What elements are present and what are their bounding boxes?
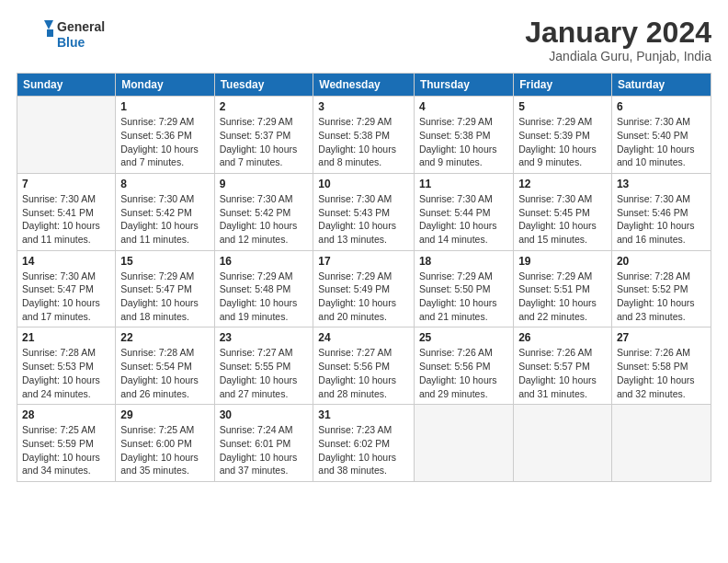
day-info: Sunrise: 7:29 AMSunset: 5:47 PMDaylight:… [120,270,209,324]
logo-blue: Blue [57,35,105,51]
day-number: 30 [220,408,309,421]
table-row: 1Sunrise: 7:29 AMSunset: 5:36 PMDaylight… [116,97,214,174]
day-info: Sunrise: 7:26 AMSunset: 5:56 PMDaylight:… [419,346,508,400]
day-number: 2 [220,100,309,113]
day-info: Sunrise: 7:30 AMSunset: 5:47 PMDaylight:… [22,270,110,324]
day-info: Sunrise: 7:30 AMSunset: 5:46 PMDaylight:… [617,192,706,247]
table-row: 18Sunrise: 7:29 AMSunset: 5:50 PMDayligh… [414,250,513,327]
day-info: Sunrise: 7:29 AMSunset: 5:37 PMDaylight:… [220,115,309,169]
day-info: Sunrise: 7:29 AMSunset: 5:48 PMDaylight:… [220,270,309,324]
table-row: 26Sunrise: 7:26 AMSunset: 5:57 PMDayligh… [514,327,612,405]
col-sunday: Sunday [17,74,116,97]
day-number: 6 [617,100,706,113]
day-info: Sunrise: 7:28 AMSunset: 5:54 PMDaylight:… [120,346,209,400]
day-number: 12 [518,178,607,190]
calendar-week-row: 7Sunrise: 7:30 AMSunset: 5:41 PMDaylight… [17,173,711,250]
col-thursday: Thursday [414,74,513,97]
day-info: Sunrise: 7:29 AMSunset: 5:36 PMDaylight:… [120,115,209,169]
day-number: 23 [220,331,309,344]
day-number: 1 [120,100,209,113]
table-row: 10Sunrise: 7:30 AMSunset: 5:43 PMDayligh… [313,173,415,250]
header: General Blue January 2024 Jandiala Guru,… [17,17,711,63]
day-number: 28 [22,408,110,421]
day-number: 25 [419,331,508,344]
table-row: 19Sunrise: 7:29 AMSunset: 5:51 PMDayligh… [514,250,612,327]
day-number: 8 [120,178,209,190]
day-number: 16 [220,255,309,268]
table-row: 2Sunrise: 7:29 AMSunset: 5:37 PMDaylight… [214,97,313,174]
day-number: 22 [120,331,209,344]
col-tuesday: Tuesday [214,74,313,97]
table-row: 5Sunrise: 7:29 AMSunset: 5:39 PMDaylight… [514,97,612,174]
day-number: 15 [120,255,209,268]
day-info: Sunrise: 7:30 AMSunset: 5:43 PMDaylight:… [318,192,409,247]
table-row: 3Sunrise: 7:29 AMSunset: 5:38 PMDaylight… [313,97,415,174]
table-row [17,97,116,174]
day-info: Sunrise: 7:29 AMSunset: 5:39 PMDaylight:… [518,115,607,169]
day-number: 3 [318,100,409,113]
day-number: 4 [419,100,508,113]
table-row: 4Sunrise: 7:29 AMSunset: 5:38 PMDaylight… [414,97,513,174]
day-info: Sunrise: 7:29 AMSunset: 5:38 PMDaylight:… [318,115,409,169]
day-number: 26 [518,331,607,344]
table-row: 21Sunrise: 7:28 AMSunset: 5:53 PMDayligh… [17,327,116,405]
table-row: 11Sunrise: 7:30 AMSunset: 5:44 PMDayligh… [414,173,513,250]
day-number: 18 [419,255,508,268]
table-row: 12Sunrise: 7:30 AMSunset: 5:45 PMDayligh… [514,173,612,250]
table-row [611,405,711,482]
calendar-week-row: 28Sunrise: 7:25 AMSunset: 5:59 PMDayligh… [17,405,711,482]
calendar-table: Sunday Monday Tuesday Wednesday Thursday… [17,73,711,482]
table-row: 28Sunrise: 7:25 AMSunset: 5:59 PMDayligh… [17,405,116,482]
table-row [414,405,513,482]
day-info: Sunrise: 7:28 AMSunset: 5:53 PMDaylight:… [22,346,110,400]
day-number: 19 [518,255,607,268]
day-info: Sunrise: 7:30 AMSunset: 5:42 PMDaylight:… [220,192,309,247]
table-row: 16Sunrise: 7:29 AMSunset: 5:48 PMDayligh… [214,250,313,327]
logo-text: General Blue [57,19,105,51]
day-info: Sunrise: 7:26 AMSunset: 5:57 PMDaylight:… [518,346,607,400]
table-row: 31Sunrise: 7:23 AMSunset: 6:02 PMDayligh… [313,405,415,482]
table-row: 8Sunrise: 7:30 AMSunset: 5:42 PMDaylight… [116,173,214,250]
calendar-week-row: 21Sunrise: 7:28 AMSunset: 5:53 PMDayligh… [17,327,711,405]
day-number: 29 [120,408,209,421]
day-info: Sunrise: 7:29 AMSunset: 5:50 PMDaylight:… [419,270,508,324]
day-number: 5 [518,100,607,113]
col-wednesday: Wednesday [313,74,415,97]
day-number: 20 [617,255,706,268]
table-row: 25Sunrise: 7:26 AMSunset: 5:56 PMDayligh… [414,327,513,405]
day-number: 7 [22,178,110,190]
day-number: 10 [318,178,409,190]
table-row: 13Sunrise: 7:30 AMSunset: 5:46 PMDayligh… [611,173,711,250]
table-row: 15Sunrise: 7:29 AMSunset: 5:47 PMDayligh… [116,250,214,327]
month-title: January 2024 [525,17,711,49]
day-info: Sunrise: 7:26 AMSunset: 5:58 PMDaylight:… [617,346,706,400]
day-info: Sunrise: 7:30 AMSunset: 5:40 PMDaylight:… [617,115,706,169]
table-row: 17Sunrise: 7:29 AMSunset: 5:49 PMDayligh… [313,250,415,327]
day-number: 24 [318,331,409,344]
day-info: Sunrise: 7:27 AMSunset: 5:56 PMDaylight:… [318,346,409,400]
day-info: Sunrise: 7:25 AMSunset: 6:00 PMDaylight:… [120,423,209,477]
table-row: 24Sunrise: 7:27 AMSunset: 5:56 PMDayligh… [313,327,415,405]
page: General Blue January 2024 Jandiala Guru,… [0,0,728,563]
calendar-week-row: 14Sunrise: 7:30 AMSunset: 5:47 PMDayligh… [17,250,711,327]
day-number: 11 [419,178,508,190]
day-info: Sunrise: 7:30 AMSunset: 5:42 PMDaylight:… [120,192,209,247]
logo-svg [17,17,53,53]
day-info: Sunrise: 7:29 AMSunset: 5:49 PMDaylight:… [318,270,409,324]
table-row: 27Sunrise: 7:26 AMSunset: 5:58 PMDayligh… [611,327,711,405]
table-row: 30Sunrise: 7:24 AMSunset: 6:01 PMDayligh… [214,405,313,482]
day-info: Sunrise: 7:27 AMSunset: 5:55 PMDaylight:… [220,346,309,400]
table-row [514,405,612,482]
logo-general: General [57,19,105,35]
table-row: 9Sunrise: 7:30 AMSunset: 5:42 PMDaylight… [214,173,313,250]
day-number: 17 [318,255,409,268]
day-info: Sunrise: 7:29 AMSunset: 5:38 PMDaylight:… [419,115,508,169]
day-number: 21 [22,331,110,344]
logo: General Blue [17,17,105,53]
day-info: Sunrise: 7:30 AMSunset: 5:44 PMDaylight:… [419,192,508,247]
table-row: 20Sunrise: 7:28 AMSunset: 5:52 PMDayligh… [611,250,711,327]
day-number: 31 [318,408,409,421]
day-info: Sunrise: 7:23 AMSunset: 6:02 PMDaylight:… [318,423,409,477]
day-info: Sunrise: 7:25 AMSunset: 5:59 PMDaylight:… [22,423,110,477]
day-number: 13 [617,178,706,190]
